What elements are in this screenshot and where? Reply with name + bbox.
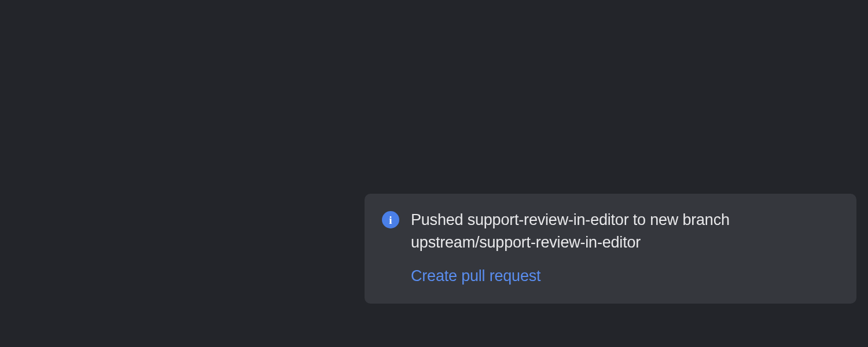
notification-content: Pushed support-review-in-editor to new b… (411, 209, 839, 287)
notification-message: Pushed support-review-in-editor to new b… (411, 209, 839, 254)
push-notification-toast: i Pushed support-review-in-editor to new… (365, 194, 856, 304)
info-icon-glyph: i (389, 215, 392, 226)
create-pull-request-link[interactable]: Create pull request (411, 265, 839, 287)
info-icon: i (382, 211, 399, 228)
